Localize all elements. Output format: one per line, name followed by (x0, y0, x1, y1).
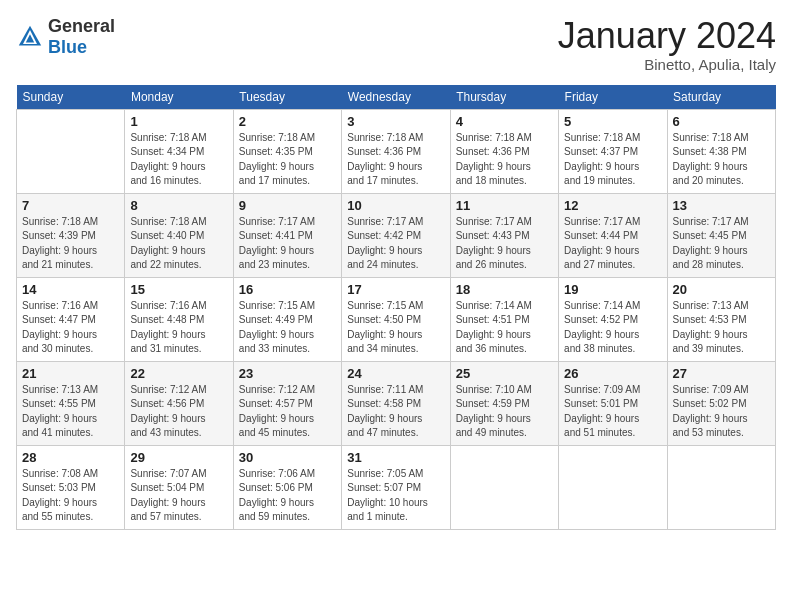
day-number: 25 (456, 366, 553, 381)
calendar-week-row: 28Sunrise: 7:08 AM Sunset: 5:03 PM Dayli… (17, 445, 776, 529)
calendar-week-row: 7Sunrise: 7:18 AM Sunset: 4:39 PM Daylig… (17, 193, 776, 277)
day-number: 30 (239, 450, 336, 465)
calendar-week-row: 14Sunrise: 7:16 AM Sunset: 4:47 PM Dayli… (17, 277, 776, 361)
day-number: 7 (22, 198, 119, 213)
day-info: Sunrise: 7:17 AM Sunset: 4:44 PM Dayligh… (564, 215, 661, 273)
day-info: Sunrise: 7:09 AM Sunset: 5:01 PM Dayligh… (564, 383, 661, 441)
table-row: 26Sunrise: 7:09 AM Sunset: 5:01 PM Dayli… (559, 361, 667, 445)
table-row: 11Sunrise: 7:17 AM Sunset: 4:43 PM Dayli… (450, 193, 558, 277)
title-block: January 2024 Binetto, Apulia, Italy (558, 16, 776, 73)
col-saturday: Saturday (667, 85, 775, 110)
day-info: Sunrise: 7:12 AM Sunset: 4:56 PM Dayligh… (130, 383, 227, 441)
day-number: 27 (673, 366, 770, 381)
day-info: Sunrise: 7:12 AM Sunset: 4:57 PM Dayligh… (239, 383, 336, 441)
day-info: Sunrise: 7:11 AM Sunset: 4:58 PM Dayligh… (347, 383, 444, 441)
day-info: Sunrise: 7:07 AM Sunset: 5:04 PM Dayligh… (130, 467, 227, 525)
day-number: 26 (564, 366, 661, 381)
calendar-week-row: 1Sunrise: 7:18 AM Sunset: 4:34 PM Daylig… (17, 109, 776, 193)
table-row (17, 109, 125, 193)
calendar-week-row: 21Sunrise: 7:13 AM Sunset: 4:55 PM Dayli… (17, 361, 776, 445)
table-row: 31Sunrise: 7:05 AM Sunset: 5:07 PM Dayli… (342, 445, 450, 529)
day-number: 9 (239, 198, 336, 213)
day-number: 8 (130, 198, 227, 213)
location-subtitle: Binetto, Apulia, Italy (558, 56, 776, 73)
day-info: Sunrise: 7:18 AM Sunset: 4:36 PM Dayligh… (456, 131, 553, 189)
day-info: Sunrise: 7:18 AM Sunset: 4:39 PM Dayligh… (22, 215, 119, 273)
logo-text-general: General (48, 16, 115, 36)
table-row: 16Sunrise: 7:15 AM Sunset: 4:49 PM Dayli… (233, 277, 341, 361)
day-number: 23 (239, 366, 336, 381)
table-row (667, 445, 775, 529)
col-friday: Friday (559, 85, 667, 110)
page-header: General Blue January 2024 Binetto, Apuli… (16, 16, 776, 73)
table-row (450, 445, 558, 529)
table-row: 2Sunrise: 7:18 AM Sunset: 4:35 PM Daylig… (233, 109, 341, 193)
day-info: Sunrise: 7:15 AM Sunset: 4:50 PM Dayligh… (347, 299, 444, 357)
day-number: 15 (130, 282, 227, 297)
day-info: Sunrise: 7:08 AM Sunset: 5:03 PM Dayligh… (22, 467, 119, 525)
logo-text-blue: Blue (48, 37, 87, 57)
table-row (559, 445, 667, 529)
table-row: 14Sunrise: 7:16 AM Sunset: 4:47 PM Dayli… (17, 277, 125, 361)
day-number: 4 (456, 114, 553, 129)
day-info: Sunrise: 7:18 AM Sunset: 4:38 PM Dayligh… (673, 131, 770, 189)
day-number: 20 (673, 282, 770, 297)
table-row: 21Sunrise: 7:13 AM Sunset: 4:55 PM Dayli… (17, 361, 125, 445)
day-number: 17 (347, 282, 444, 297)
table-row: 25Sunrise: 7:10 AM Sunset: 4:59 PM Dayli… (450, 361, 558, 445)
table-row: 28Sunrise: 7:08 AM Sunset: 5:03 PM Dayli… (17, 445, 125, 529)
day-info: Sunrise: 7:05 AM Sunset: 5:07 PM Dayligh… (347, 467, 444, 525)
day-number: 28 (22, 450, 119, 465)
day-info: Sunrise: 7:18 AM Sunset: 4:35 PM Dayligh… (239, 131, 336, 189)
day-number: 19 (564, 282, 661, 297)
day-number: 1 (130, 114, 227, 129)
day-info: Sunrise: 7:13 AM Sunset: 4:55 PM Dayligh… (22, 383, 119, 441)
month-title: January 2024 (558, 16, 776, 56)
table-row: 15Sunrise: 7:16 AM Sunset: 4:48 PM Dayli… (125, 277, 233, 361)
logo: General Blue (16, 16, 115, 58)
day-info: Sunrise: 7:14 AM Sunset: 4:51 PM Dayligh… (456, 299, 553, 357)
col-sunday: Sunday (17, 85, 125, 110)
day-number: 22 (130, 366, 227, 381)
table-row: 23Sunrise: 7:12 AM Sunset: 4:57 PM Dayli… (233, 361, 341, 445)
table-row: 5Sunrise: 7:18 AM Sunset: 4:37 PM Daylig… (559, 109, 667, 193)
table-row: 19Sunrise: 7:14 AM Sunset: 4:52 PM Dayli… (559, 277, 667, 361)
day-number: 6 (673, 114, 770, 129)
day-info: Sunrise: 7:09 AM Sunset: 5:02 PM Dayligh… (673, 383, 770, 441)
day-info: Sunrise: 7:15 AM Sunset: 4:49 PM Dayligh… (239, 299, 336, 357)
day-info: Sunrise: 7:14 AM Sunset: 4:52 PM Dayligh… (564, 299, 661, 357)
table-row: 18Sunrise: 7:14 AM Sunset: 4:51 PM Dayli… (450, 277, 558, 361)
table-row: 17Sunrise: 7:15 AM Sunset: 4:50 PM Dayli… (342, 277, 450, 361)
day-number: 12 (564, 198, 661, 213)
table-row: 4Sunrise: 7:18 AM Sunset: 4:36 PM Daylig… (450, 109, 558, 193)
day-number: 13 (673, 198, 770, 213)
day-info: Sunrise: 7:18 AM Sunset: 4:40 PM Dayligh… (130, 215, 227, 273)
table-row: 29Sunrise: 7:07 AM Sunset: 5:04 PM Dayli… (125, 445, 233, 529)
day-number: 31 (347, 450, 444, 465)
table-row: 27Sunrise: 7:09 AM Sunset: 5:02 PM Dayli… (667, 361, 775, 445)
table-row: 20Sunrise: 7:13 AM Sunset: 4:53 PM Dayli… (667, 277, 775, 361)
day-number: 29 (130, 450, 227, 465)
table-row: 1Sunrise: 7:18 AM Sunset: 4:34 PM Daylig… (125, 109, 233, 193)
col-tuesday: Tuesday (233, 85, 341, 110)
day-number: 24 (347, 366, 444, 381)
day-number: 21 (22, 366, 119, 381)
day-info: Sunrise: 7:16 AM Sunset: 4:47 PM Dayligh… (22, 299, 119, 357)
day-info: Sunrise: 7:10 AM Sunset: 4:59 PM Dayligh… (456, 383, 553, 441)
day-info: Sunrise: 7:06 AM Sunset: 5:06 PM Dayligh… (239, 467, 336, 525)
day-info: Sunrise: 7:16 AM Sunset: 4:48 PM Dayligh… (130, 299, 227, 357)
table-row: 30Sunrise: 7:06 AM Sunset: 5:06 PM Dayli… (233, 445, 341, 529)
day-info: Sunrise: 7:17 AM Sunset: 4:41 PM Dayligh… (239, 215, 336, 273)
table-row: 3Sunrise: 7:18 AM Sunset: 4:36 PM Daylig… (342, 109, 450, 193)
col-thursday: Thursday (450, 85, 558, 110)
day-number: 5 (564, 114, 661, 129)
col-wednesday: Wednesday (342, 85, 450, 110)
day-info: Sunrise: 7:17 AM Sunset: 4:43 PM Dayligh… (456, 215, 553, 273)
table-row: 8Sunrise: 7:18 AM Sunset: 4:40 PM Daylig… (125, 193, 233, 277)
day-number: 14 (22, 282, 119, 297)
day-info: Sunrise: 7:13 AM Sunset: 4:53 PM Dayligh… (673, 299, 770, 357)
table-row: 6Sunrise: 7:18 AM Sunset: 4:38 PM Daylig… (667, 109, 775, 193)
day-number: 11 (456, 198, 553, 213)
day-info: Sunrise: 7:18 AM Sunset: 4:37 PM Dayligh… (564, 131, 661, 189)
table-row: 12Sunrise: 7:17 AM Sunset: 4:44 PM Dayli… (559, 193, 667, 277)
